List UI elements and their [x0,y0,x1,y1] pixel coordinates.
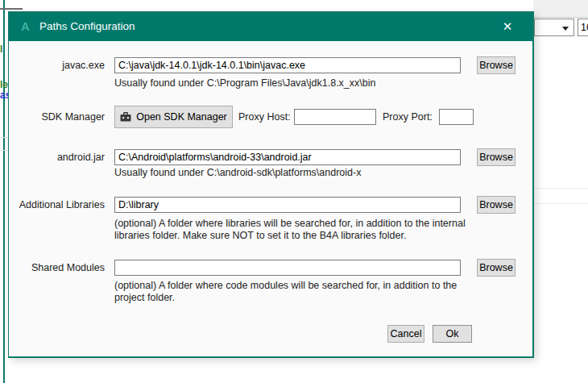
shared-modules-browse-button[interactable]: Browse [477,259,516,277]
javac-help-text: Usually found under C:\Program Files\Jav… [114,77,533,90]
shared-modules-label: Shared Modules [9,262,105,273]
divider [534,188,588,189]
ide-window-border [3,0,5,383]
code-fragment: l [0,44,2,55]
toolbox-icon [120,112,131,122]
chevron-down-icon [562,27,569,31]
font-size-input[interactable]: 10 [578,19,588,36]
font-family-dropdown[interactable] [534,19,574,36]
javac-label: javac.exe [9,60,105,71]
paths-configuration-dialog: A Paths Configuration ✕ javac.exe Browse… [8,11,534,358]
divider [534,203,588,204]
android-jar-help-text: Usually found under C:\android-sdk\platf… [114,167,533,179]
javac-browse-button[interactable]: Browse [477,56,516,74]
close-icon[interactable]: ✕ [494,12,521,41]
dialog-title: Paths Configuration [39,20,135,32]
ide-toolbar-strip [533,0,588,18]
open-sdk-manager-label: Open SDK Manager [136,111,227,123]
javac-path-input[interactable] [114,57,461,73]
ide-toolbar-edge [0,8,23,10]
divider [0,137,8,138]
android-jar-path-input[interactable] [114,149,461,165]
additional-libraries-browse-button[interactable]: Browse [477,196,516,214]
proxy-port-label: Proxy Port: [383,111,433,123]
proxy-port-input[interactable] [439,109,474,125]
cancel-button[interactable]: Cancel [387,325,424,343]
dialog-body: javac.exe Browse Usually found under C:\… [9,41,532,356]
additional-libraries-input[interactable] [114,197,461,213]
additional-libraries-help-text: (optional) A folder where libraries will… [114,218,533,242]
android-jar-browse-button[interactable]: Browse [477,148,516,166]
shared-modules-input[interactable] [114,260,461,276]
proxy-host-input[interactable] [294,109,376,125]
additional-libraries-label: Additional Libraries [9,199,105,210]
shared-modules-help-text: (optional) A folder where code modules w… [114,280,533,304]
proxy-host-label: Proxy Host: [238,111,291,123]
divider [0,150,8,151]
ok-button[interactable]: Ok [433,325,472,343]
open-sdk-manager-button[interactable]: Open SDK Manager [114,106,233,128]
dialog-titlebar[interactable]: A Paths Configuration ✕ [9,12,532,41]
sdk-manager-label: SDK Manager [9,111,105,123]
screen: l le as 10 A Paths Configuration ✕ javac… [0,0,588,383]
b4a-logo: A [21,19,30,33]
android-jar-label: android.jar [9,152,105,163]
